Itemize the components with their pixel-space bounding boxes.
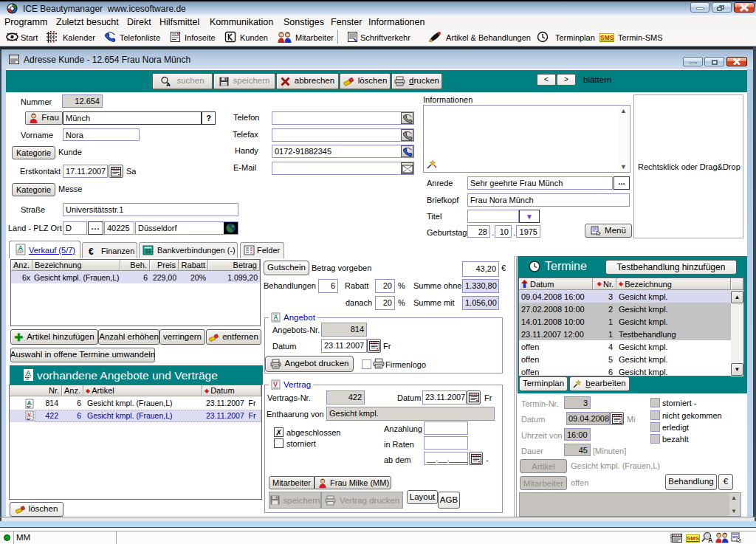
svg-text:V: V [273, 381, 278, 388]
svg-text:A: A [166, 81, 171, 87]
svg-text:A: A [26, 369, 31, 376]
svg-text:A: A [273, 314, 278, 321]
svg-text:A: A [18, 244, 24, 252]
svg-text:A: A [708, 537, 713, 543]
